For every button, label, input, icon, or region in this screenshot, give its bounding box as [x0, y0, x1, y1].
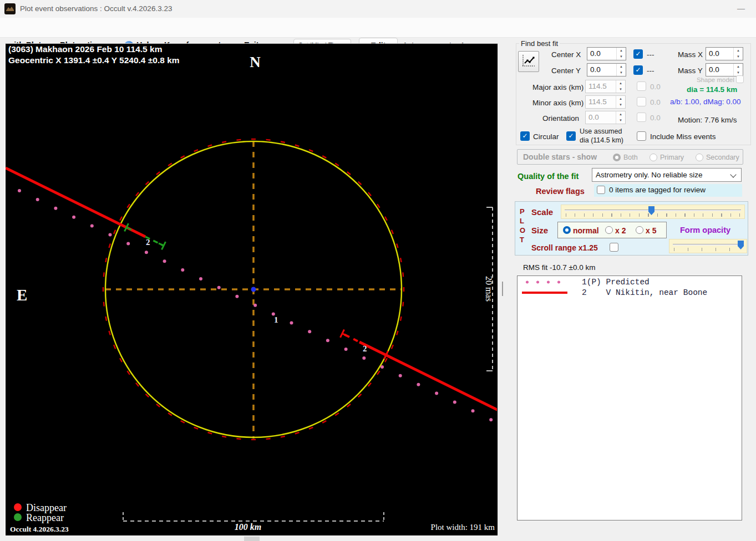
mass-y-spinner[interactable]: 0.0▲▼ [706, 63, 743, 76]
circular-label: Circular [533, 132, 559, 141]
mass-x-label: Mass X [678, 50, 703, 59]
chord2-label-out: 2 [363, 344, 367, 353]
plot-letter-t: T [520, 236, 524, 244]
size-group: normal x 2 x 5 [557, 222, 667, 238]
secondary-label: Secondary [706, 154, 739, 161]
app-window: Plot event observations : Occult v.4.202… [0, 0, 756, 541]
scale-slider[interactable] [561, 205, 745, 219]
plot-letter-o: O [520, 226, 525, 234]
minor-axis-flag: 0.0 [650, 98, 661, 106]
scroll-range-checkbox[interactable] [610, 243, 618, 252]
mas-label: 20 mas [484, 276, 494, 302]
both-radio[interactable] [613, 154, 621, 161]
find-best-fit-title: Find best fit [519, 39, 560, 48]
center-y-checkbox[interactable]: ✓ [633, 65, 643, 75]
plot-letter-l: L [520, 217, 524, 225]
center-y-dash: --- [647, 67, 654, 75]
size-normal-radio[interactable] [563, 226, 571, 234]
review-flags-box: 0 items are tagged for review [594, 184, 742, 197]
orientation-checkbox[interactable] [637, 113, 646, 122]
list-item[interactable]: 2V Nikitin, near Boone [517, 288, 742, 297]
shape-model-label: Shape model [697, 76, 734, 83]
scale-bar-label: 100 km [235, 522, 261, 532]
primary-radio[interactable] [650, 154, 657, 161]
reappear-dot [14, 513, 22, 521]
minor-axis-checkbox[interactable] [637, 97, 646, 106]
center-dot [251, 287, 256, 292]
occultation-plot[interactable]: (3063) Makhaon 2026 Feb 10 114.5 km Geoc… [4, 43, 498, 535]
chord-layer [6, 168, 497, 421]
major-axis-label: Major axis (km) [532, 83, 584, 91]
chord1-label: 1 [274, 315, 278, 324]
size-x5-radio[interactable] [636, 226, 643, 234]
include-miss-checkbox[interactable] [637, 131, 646, 141]
east-label: E [17, 286, 27, 304]
use-assumed-label1: Use assumed [580, 127, 622, 135]
center-x-label: Center X [551, 50, 581, 59]
fit-list[interactable]: 1(P)Predicted 2V Nikitin, near Boone [517, 275, 742, 520]
secondary-radio[interactable] [696, 154, 703, 161]
north-label: N [250, 54, 261, 70]
form-opacity-slider[interactable] [669, 239, 747, 253]
rms-fit-label: RMS fit -10.7 ±0.0 km [523, 263, 595, 272]
use-assumed-checkbox[interactable]: ✓ [566, 131, 576, 141]
ab-dmag-label: a/b: 1.00, dMag: 0.00 [670, 98, 741, 106]
list-item[interactable]: 1(P)Predicted [517, 277, 742, 287]
app-icon [4, 3, 16, 14]
motion-label: Motion: 7.76 km/s [678, 116, 737, 124]
orientation-flag: 0.0 [650, 114, 661, 122]
plot-title-line1: (3063) Makhaon 2026 Feb 10 114.5 km [8, 44, 162, 54]
center-x-checkbox[interactable]: ✓ [633, 49, 643, 59]
circular-checkbox[interactable]: ✓ [520, 131, 530, 141]
size-label: Size [531, 226, 548, 235]
double-stars-title: Double stars - show [523, 152, 597, 161]
splitter-handle[interactable] [502, 282, 503, 296]
orientation-label: Orientation [542, 114, 579, 123]
include-miss-label: Include Miss events [650, 132, 716, 141]
major-axis-checkbox[interactable] [637, 81, 646, 91]
size-x5-label: x 5 [646, 226, 656, 235]
reappear-label: Reappear [26, 512, 64, 523]
menu-bar: with Plot... Plot options... ? Help Keep… [0, 18, 756, 38]
review-flags-label: Review flags [536, 187, 585, 196]
orientation-spinner: 0.0▲▼ [585, 111, 626, 124]
center-y-spinner[interactable]: 0.0▲▼ [587, 63, 626, 76]
plot-letter-p: P [520, 207, 525, 216]
chevron-down-icon [730, 171, 736, 177]
scroll-range-label: Scroll range x1.25 [531, 243, 598, 252]
title-bar: Plot event observations : Occult v.4.202… [0, 0, 756, 18]
disappear-dot [14, 503, 22, 511]
major-axis-flag: 0.0 [650, 83, 661, 91]
observed-line-sample [522, 292, 567, 294]
mass-y-label: Mass Y [678, 67, 703, 75]
form-opacity-label: Form opacity [680, 226, 730, 234]
size-normal-label: normal [573, 226, 599, 235]
window-title: Plot event observations : Occult v.4.202… [20, 0, 172, 18]
quality-dropdown[interactable]: Astrometry only. No reliable size [592, 168, 742, 182]
chart-icon [521, 53, 536, 69]
plot-title-line2: Geocentric X 1391.4 ±0.4 Y 5240.4 ±0.8 k… [8, 55, 180, 65]
center-x-dash: --- [647, 50, 654, 59]
shape-model-checkbox[interactable] [736, 75, 744, 83]
quality-label: Quality of the fit [517, 172, 579, 181]
size-x2-radio[interactable] [605, 226, 613, 234]
bottom-grip[interactable] [244, 537, 260, 541]
chord2-label-in: 2 [146, 238, 150, 247]
minimize-button[interactable]: — [730, 0, 752, 18]
center-x-spinner[interactable]: 0.0▲▼ [587, 47, 626, 60]
review-flags-checkbox[interactable] [597, 186, 605, 194]
plot-controls-panel: P L O T Scale Size normal x 2 x 5 Form o… [515, 201, 748, 256]
use-assumed-label2: dia (114.5 km) [580, 136, 623, 144]
mass-x-spinner[interactable]: 0.0▲▼ [706, 47, 743, 60]
minor-axis-label: Minor axis (km) [532, 99, 584, 107]
minor-axis-spinner: 114.5▲▼ [585, 95, 626, 109]
scale-label: Scale [531, 207, 553, 217]
fit-chart-button[interactable] [518, 51, 539, 72]
predicted-line-sample [522, 280, 567, 284]
disappear-label: Disappear [26, 502, 67, 513]
both-label: Both [623, 154, 638, 161]
plot-width-label: Plot width: 191 km [431, 523, 495, 532]
version-label: Occult 4.2026.3.23 [10, 525, 69, 533]
dia-label: dia = 114.5 km [687, 85, 737, 94]
center-y-label: Center Y [551, 67, 581, 75]
